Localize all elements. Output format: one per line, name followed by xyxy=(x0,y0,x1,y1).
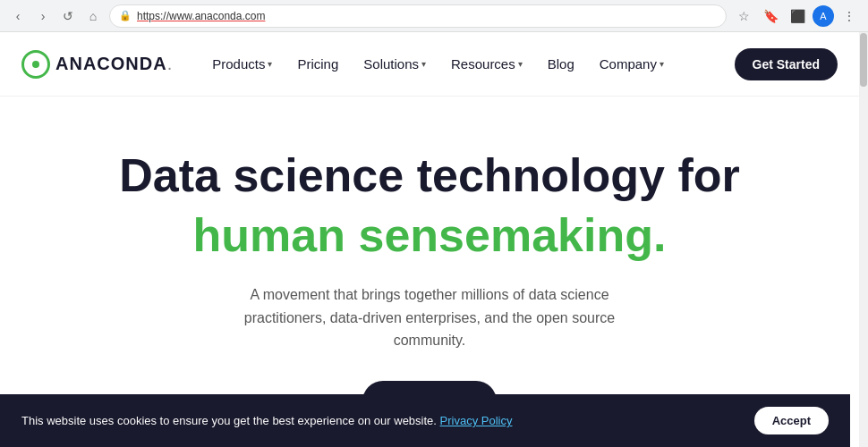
menu-button[interactable]: ⋮ xyxy=(838,4,861,28)
nav-item-pricing[interactable]: Pricing xyxy=(286,51,349,77)
products-chevron-icon: ▾ xyxy=(268,59,272,69)
nav-links: Products ▾ Pricing Solutions ▾ Resources… xyxy=(201,51,734,77)
products-label: Products xyxy=(212,56,265,72)
profile-button[interactable]: A xyxy=(813,5,834,27)
browser-chrome: ‹ › ↺ ⌂ 🔒 https://www.anaconda.com ☆ 🔖 ⬛… xyxy=(0,0,868,32)
forward-button[interactable]: › xyxy=(32,5,54,27)
bookmark-star-button[interactable]: ☆ xyxy=(732,4,755,28)
bookmark-button[interactable]: 🔖 xyxy=(759,4,782,28)
nav-get-started-button[interactable]: Get Started xyxy=(735,48,838,80)
back-button[interactable]: ‹ xyxy=(7,5,29,27)
cookie-message: This website uses cookies to ensure you … xyxy=(21,414,437,427)
logo-dot: . xyxy=(167,54,174,73)
hero-subtitle: A movement that brings together millions… xyxy=(224,283,635,352)
privacy-policy-link[interactable]: Privacy Policy xyxy=(440,414,513,427)
extensions-button[interactable]: ⬛ xyxy=(786,4,809,28)
browser-actions: ☆ 🔖 ⬛ A ⋮ xyxy=(732,4,861,28)
hero-title-line1: Data science technology for xyxy=(18,150,841,201)
website-content: ANACONDA. Products ▾ Pricing Solutions ▾… xyxy=(0,32,859,447)
company-chevron-icon: ▾ xyxy=(660,59,664,69)
resources-label: Resources xyxy=(451,56,515,72)
address-bar[interactable]: 🔒 https://www.anaconda.com xyxy=(109,4,727,28)
cookie-banner: This website uses cookies to ensure you … xyxy=(0,394,850,447)
navbar: ANACONDA. Products ▾ Pricing Solutions ▾… xyxy=(0,32,859,97)
lock-icon: 🔒 xyxy=(119,10,132,21)
cookie-text: This website uses cookies to ensure you … xyxy=(21,414,736,427)
solutions-label: Solutions xyxy=(363,56,419,72)
solutions-chevron-icon: ▾ xyxy=(421,59,426,69)
scrollbar-thumb[interactable] xyxy=(860,33,867,87)
nav-item-blog[interactable]: Blog xyxy=(537,51,585,77)
nav-item-company[interactable]: Company ▾ xyxy=(589,51,675,77)
nav-item-solutions[interactable]: Solutions ▾ xyxy=(353,51,437,77)
logo-text: ANACONDA. xyxy=(55,54,173,74)
nav-item-products[interactable]: Products ▾ xyxy=(201,51,283,77)
cookie-accept-button[interactable]: Accept xyxy=(754,407,829,434)
url-text: https://www.anaconda.com xyxy=(137,10,717,22)
home-button[interactable]: ⌂ xyxy=(82,5,104,27)
hero-title-line2: human sensemaking. xyxy=(18,208,841,262)
company-label: Company xyxy=(600,56,657,72)
reload-button[interactable]: ↺ xyxy=(57,5,79,27)
blog-label: Blog xyxy=(548,56,574,72)
scrollbar-track[interactable] xyxy=(859,32,868,447)
logo[interactable]: ANACONDA. xyxy=(21,50,173,79)
logo-icon xyxy=(21,50,50,79)
resources-chevron-icon: ▾ xyxy=(518,59,523,69)
nav-item-resources[interactable]: Resources ▾ xyxy=(440,51,533,77)
browser-controls: ‹ › ↺ ⌂ xyxy=(7,5,104,27)
pricing-label: Pricing xyxy=(297,56,338,72)
